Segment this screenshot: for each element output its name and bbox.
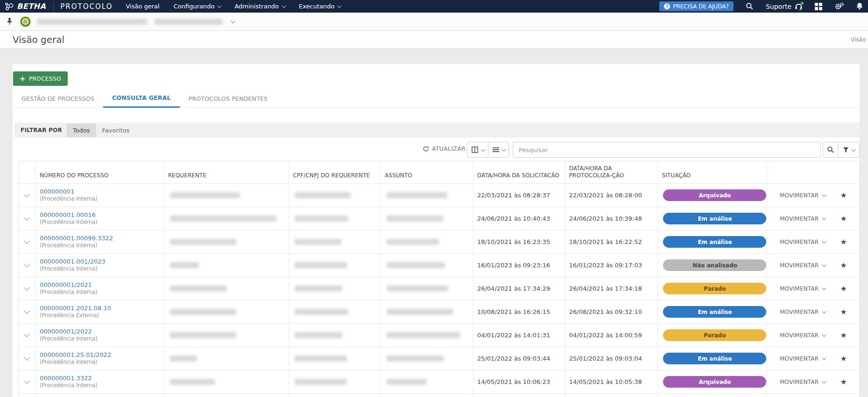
movimentar-button[interactable]: MOVIMENTAR xyxy=(780,332,825,339)
tab-gestao-de-processos[interactable]: GESTÃO DE PROCESSOS xyxy=(13,95,103,107)
process-number-link[interactable]: 000000001/2021 xyxy=(40,281,160,289)
favorite-star-icon[interactable]: ★ xyxy=(840,237,847,246)
favorite-star-icon[interactable]: ★ xyxy=(840,261,847,270)
movimentar-button[interactable]: MOVIMENTAR xyxy=(780,286,825,292)
search-input[interactable] xyxy=(513,142,821,158)
process-number-link[interactable]: 000000001.3322 xyxy=(40,375,160,383)
menu-configurando[interactable]: Configurando xyxy=(174,3,221,10)
menu-administrando[interactable]: Administrando xyxy=(234,3,285,10)
betha-brand[interactable]: BETHA xyxy=(0,2,46,11)
row-expand-chevron-icon[interactable] xyxy=(24,331,30,337)
header-cpf[interactable]: CPF/CNPJ DO REQUERENTE xyxy=(289,161,381,183)
process-origin: (Procedência Interna) xyxy=(40,242,160,249)
content-card: + PROCESSO GESTÃO DE PROCESSOS CONSULTA … xyxy=(13,64,860,397)
assunto-redacted xyxy=(387,355,444,362)
favorite-star-icon[interactable]: ★ xyxy=(840,307,847,316)
apps-grid-icon[interactable] xyxy=(815,3,822,10)
row-expand-chevron-icon[interactable] xyxy=(24,238,30,244)
process-number-link[interactable]: 000000001/2022 xyxy=(40,328,160,336)
status-badge: Parado xyxy=(663,329,766,341)
add-process-button[interactable]: + PROCESSO xyxy=(13,71,68,86)
process-origin: (Procedência Interna) xyxy=(40,335,160,342)
chevron-down-icon xyxy=(501,147,506,152)
process-number-link[interactable]: 000000001.00016 xyxy=(40,211,160,219)
favorite-star-icon[interactable]: ★ xyxy=(840,284,847,293)
movimentar-button[interactable]: MOVIMENTAR xyxy=(780,262,825,269)
movimentar-button[interactable]: MOVIMENTAR xyxy=(780,309,825,315)
chevron-down-icon xyxy=(851,147,856,152)
chevron-down-icon xyxy=(282,3,286,8)
header-numero[interactable]: NÚMERO DO PROCESSO xyxy=(35,161,164,183)
favorite-star-icon[interactable]: ★ xyxy=(840,377,847,386)
table-row: 000000001.2021.08.10(Procedência Externa… xyxy=(19,300,859,324)
refresh-button[interactable]: ATUALIZAR xyxy=(423,145,466,152)
movimentar-button[interactable]: MOVIMENTAR xyxy=(780,379,825,385)
assunto-redacted xyxy=(387,379,427,385)
entity-chevron-down-icon[interactable] xyxy=(231,19,235,23)
search-submit-button[interactable] xyxy=(823,142,838,158)
pin-icon[interactable] xyxy=(7,18,13,25)
cpf-redacted xyxy=(295,216,348,222)
tab-protocolos-pendentes[interactable]: PROTOCOLOS PENDENTES xyxy=(180,95,277,107)
settings-gears-icon[interactable] xyxy=(834,2,844,10)
list-icon xyxy=(493,147,499,153)
filter-option-favoritos[interactable]: Favoritos xyxy=(96,124,136,137)
search-icon[interactable] xyxy=(746,2,754,10)
movimentar-button[interactable]: MOVIMENTAR xyxy=(780,355,825,362)
navbar-divider xyxy=(53,2,54,11)
assunto-redacted xyxy=(387,286,448,292)
row-expand-chevron-icon[interactable] xyxy=(24,261,30,267)
assunto-redacted xyxy=(387,262,445,268)
movimentar-button[interactable]: MOVIMENTAR xyxy=(780,216,825,222)
entity-bar xyxy=(0,13,868,31)
header-protocolizacao[interactable]: DATA/HORA DA PROTOCOLIZA-ÇÃO xyxy=(565,161,658,183)
menu-visao-geral[interactable]: Visão geral xyxy=(126,3,159,10)
process-number-link[interactable]: 000000001.00099.3322 xyxy=(40,235,160,243)
tab-consulta-geral[interactable]: CONSULTA GERAL xyxy=(103,94,180,108)
chevron-down-icon xyxy=(822,309,826,313)
header-expand xyxy=(19,161,35,183)
list-density-button[interactable] xyxy=(488,142,508,157)
menu-executando[interactable]: Executando xyxy=(299,3,340,10)
favorite-star-icon[interactable]: ★ xyxy=(840,354,847,363)
favorite-star-icon[interactable]: ★ xyxy=(840,214,847,223)
assunto-redacted xyxy=(387,332,460,338)
status-badge: Arquivado xyxy=(663,189,766,201)
help-button[interactable]: ? PRECISA DE AJUDA? xyxy=(659,1,734,11)
notifications-bell-icon[interactable] xyxy=(856,2,863,10)
process-number-link[interactable]: 000000001 xyxy=(40,188,160,196)
row-expand-chevron-icon[interactable] xyxy=(24,355,30,361)
support-button[interactable]: Suporte xyxy=(766,3,803,10)
data-solicitacao: 18/10/2021 às 16:23:35 xyxy=(477,238,561,245)
process-number-link[interactable]: 000000001.25.01/2022 xyxy=(40,351,160,359)
columns-selector-button[interactable] xyxy=(467,142,488,157)
header-assunto[interactable]: ASSUNTO xyxy=(381,161,473,183)
row-expand-chevron-icon[interactable] xyxy=(24,308,30,314)
cpf-redacted xyxy=(295,332,342,338)
movimentar-button[interactable]: MOVIMENTAR xyxy=(780,239,825,245)
header-situacao[interactable]: SITUAÇÃO xyxy=(657,161,766,183)
row-expand-chevron-icon[interactable] xyxy=(24,215,30,221)
row-expand-chevron-icon[interactable] xyxy=(24,191,30,197)
advanced-filter-button[interactable] xyxy=(838,142,860,158)
cpf-redacted xyxy=(295,309,348,315)
favorite-star-icon[interactable]: ★ xyxy=(840,331,847,340)
row-expand-chevron-icon[interactable] xyxy=(24,378,30,384)
breadcrumb[interactable]: Visão geral xyxy=(851,36,868,43)
process-origin: (Procedência Interna) xyxy=(40,382,160,389)
favorite-star-icon[interactable]: ★ xyxy=(840,191,847,200)
data-solicitacao: 16/01/2023 às 09:23:16 xyxy=(477,262,561,269)
data-protocolizacao: 14/05/2021 às 10:05:38 xyxy=(569,378,654,385)
filter-label: FILTRAR POR xyxy=(21,127,62,133)
movimentar-button[interactable]: MOVIMENTAR xyxy=(780,192,825,199)
header-requerente[interactable]: REQUERENTE xyxy=(164,161,289,183)
data-solicitacao: 14/05/2021 às 10:06:23 xyxy=(477,378,561,385)
assunto-redacted xyxy=(387,239,439,245)
filter-option-todos[interactable]: Todos xyxy=(67,124,96,137)
table-row: 000000001.00016(Procedência Interna) 24/… xyxy=(19,207,859,230)
row-expand-chevron-icon[interactable] xyxy=(24,285,30,291)
process-number-link[interactable]: 000000001.2021.08.10 xyxy=(40,305,160,313)
process-number-link[interactable]: 000000001.001/2023 xyxy=(40,258,160,266)
requerente-redacted xyxy=(170,286,227,292)
header-solicitacao[interactable]: DATA/HORA DA SOLICITACÃO xyxy=(473,161,565,183)
